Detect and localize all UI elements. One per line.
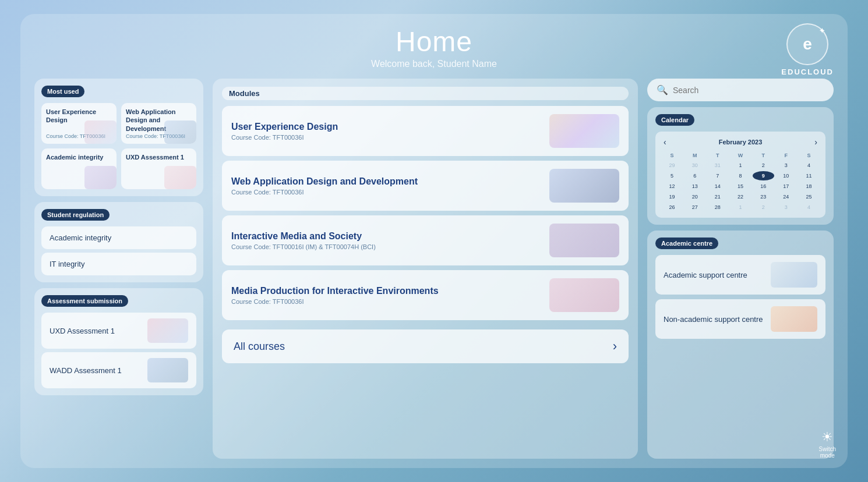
cal-day[interactable]: 30 [684,161,705,170]
non-academic-support-item[interactable]: Non-academic support centre [655,299,825,339]
cal-header-m: M [684,151,705,160]
calendar-prev-button[interactable]: ‹ [661,137,669,147]
cal-day[interactable]: 7 [707,171,728,180]
module-uxd-text: User Experience Design Course Code: TFT0… [231,121,542,141]
academic-support-item[interactable]: Academic support centre [655,255,825,295]
academic-centre-card: Academic centre Academic support centre … [647,231,834,459]
calendar-grid: S M T W T F S 29 30 31 1 2 3 4 [661,151,820,212]
cal-day[interactable]: 24 [775,192,797,201]
switch-mode-button[interactable]: ☀ Switchmode [819,430,836,459]
cal-day[interactable]: 21 [707,192,728,201]
it-integrity-item[interactable]: IT integrity [41,253,196,275]
module-wadd-thumb [549,169,619,203]
module-ims[interactable]: Interactive Media and Society Course Cod… [222,215,629,265]
all-courses-item[interactable]: All courses › [222,329,629,363]
cal-header-s: S [661,151,683,160]
cal-day[interactable]: 3 [775,203,797,212]
module-ims-code: Course Code: TFT00016I (IM) & TFT00074H … [231,243,542,250]
cal-day[interactable]: 10 [775,171,797,180]
calendar-month: February 2023 [719,139,763,146]
cal-day[interactable]: 26 [661,203,683,212]
uxd-assessment-item[interactable]: UXD Assessment 1 [41,313,196,349]
cal-day[interactable]: 17 [775,182,797,191]
academic-integrity-label: Academic integrity [50,233,111,242]
most-used-item-thumb [164,120,196,144]
cal-day[interactable]: 13 [684,182,705,191]
wadd-assessment-thumb [147,358,188,382]
cal-day[interactable]: 27 [684,203,705,212]
most-used-item[interactable]: UXD Assessment 1 [121,148,196,189]
content-area: Most used User Experience Design Course … [34,79,834,459]
switch-mode-label: Switchmode [819,446,836,459]
uxd-assessment-thumb [147,318,188,343]
module-uxd-thumb [549,114,619,148]
calendar-badge: Calendar [655,114,694,126]
chevron-right-icon: › [613,339,617,354]
module-mpie-title: Media Production for Interactive Environ… [231,285,542,297]
calendar-inner: ‹ February 2023 › S M T W T F S 29 [655,132,825,218]
most-used-item-label: Academic integrity [46,153,112,161]
most-used-badge: Most used [41,86,84,97]
wadd-assessment-item[interactable]: WADD Assessment 1 [41,352,196,388]
cal-header-s2: S [798,151,820,160]
cal-day[interactable]: 29 [661,161,683,170]
cal-day[interactable]: 1 [729,161,751,170]
academic-integrity-item[interactable]: Academic integrity [41,226,196,249]
modules-card: Modules User Experience Design Course Co… [213,79,638,459]
cal-day[interactable]: 28 [707,203,728,212]
module-ims-text: Interactive Media and Society Course Cod… [231,231,542,251]
cal-day[interactable]: 4 [798,161,820,170]
all-courses-label: All courses [234,341,285,353]
cal-day[interactable]: 25 [798,192,820,201]
cal-day[interactable]: 8 [729,171,751,180]
cal-day[interactable]: 6 [684,171,705,180]
cal-day[interactable]: 22 [729,192,751,201]
most-used-section: Most used User Experience Design Course … [34,79,203,196]
module-ims-thumb [549,224,619,257]
module-mpie-text: Media Production for Interactive Environ… [231,285,542,306]
cal-day[interactable]: 19 [661,192,683,201]
cal-day[interactable]: 31 [707,161,728,170]
student-regulation-badge: Student regulation [41,209,110,221]
logo-name: EDUCLOUD [781,68,834,76]
search-bar[interactable]: 🔍 [647,79,834,101]
module-mpie-code: Course Code: TFT00036I [231,298,542,305]
header: Home Welcome back, Student Name e ✦ EDUC… [34,26,834,69]
cal-day[interactable]: 4 [798,203,820,212]
cal-header-t2: T [753,151,774,160]
module-mpie[interactable]: Media Production for Interactive Environ… [222,270,629,320]
academic-support-label: Academic support centre [664,271,747,279]
cal-day[interactable]: 18 [798,182,820,191]
cal-day[interactable]: 23 [753,192,774,201]
welcome-subtitle: Welcome back, Student Name [371,59,497,69]
cal-day[interactable]: 3 [775,161,797,170]
cal-day[interactable]: 14 [707,182,728,191]
cal-day-today[interactable]: 9 [753,171,774,180]
most-used-item-thumb [84,120,117,144]
search-input[interactable] [673,86,824,95]
module-uxd[interactable]: User Experience Design Course Code: TFT0… [222,106,629,156]
cal-day[interactable]: 2 [753,203,774,212]
cal-day[interactable]: 15 [729,182,751,191]
academic-support-thumb [771,262,817,288]
module-wadd-title: Web Application Design and Development [231,176,542,188]
cal-day[interactable]: 16 [753,182,774,191]
cal-day[interactable]: 12 [661,182,683,191]
cal-day[interactable]: 2 [753,161,774,170]
cal-header-t: T [707,151,728,160]
most-used-item[interactable]: Academic integrity [41,148,117,189]
module-wadd[interactable]: Web Application Design and Development C… [222,161,629,211]
left-panel: Most used User Experience Design Course … [34,79,203,459]
module-ims-title: Interactive Media and Society [231,231,542,243]
cal-day[interactable]: 20 [684,192,705,201]
cal-day[interactable]: 1 [729,203,751,212]
modules-badge: Modules [222,87,629,100]
calendar-header: ‹ February 2023 › [661,137,820,147]
calendar-next-button[interactable]: › [812,137,820,147]
most-used-item[interactable]: Web Application Design and Development C… [121,103,196,144]
most-used-item[interactable]: User Experience Design Course Code: TFT0… [41,103,117,144]
switch-mode-icon: ☀ [821,430,833,445]
logo-area: e ✦ EDUCLOUD [781,23,834,76]
cal-day[interactable]: 5 [661,171,683,180]
cal-day[interactable]: 11 [798,171,820,180]
